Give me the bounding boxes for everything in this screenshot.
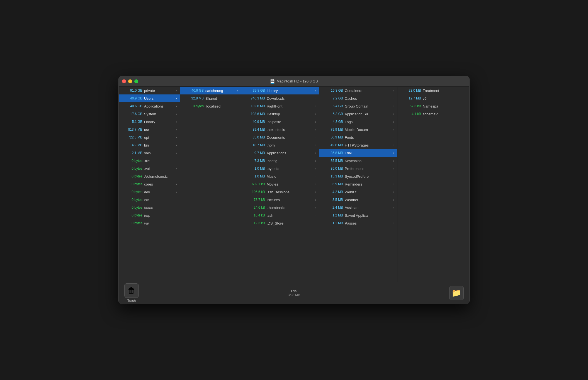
chevron-right-icon: › xyxy=(176,143,177,147)
table-row[interactable]: 0 bytescores› xyxy=(119,180,180,188)
table-row[interactable]: 15.3 MBSyncedPrefere› xyxy=(319,172,397,180)
table-row[interactable]: 16.4 kB.ssh› xyxy=(241,211,319,219)
file-name: .VolumeIcon.icr xyxy=(144,174,177,179)
table-row[interactable]: 23.0 MBTreatment xyxy=(397,87,469,94)
file-size: 1.1 MB xyxy=(322,221,343,225)
table-row[interactable]: 3.5 MBWeather› xyxy=(319,196,397,204)
file-size: 1.0 MB xyxy=(244,167,265,170)
table-row[interactable]: 0 bytesetc xyxy=(119,196,180,204)
table-row[interactable]: 7.2 GBCaches› xyxy=(319,94,397,102)
table-row[interactable]: 40.9 GBUsers› xyxy=(119,94,180,102)
table-row[interactable]: 91.0 GBprivate› xyxy=(119,87,180,94)
file-size: 7.2 GB xyxy=(322,96,343,100)
chevron-right-icon: › xyxy=(393,120,394,123)
file-size: 23.0 MB xyxy=(400,89,421,92)
table-row[interactable]: 813.7 MBusr› xyxy=(119,126,180,133)
table-row[interactable]: 12.7 MBv6 xyxy=(397,94,469,102)
file-name: Logs xyxy=(345,120,392,124)
table-row[interactable]: 5.1 GBLibrary› xyxy=(119,118,180,126)
column-2: 40.9 GBsaricheung›32.8 MBShared›0 bytes.… xyxy=(180,87,241,282)
table-row[interactable]: 2.4 MBAssistant› xyxy=(319,204,397,211)
table-row[interactable]: 0 bytesvar xyxy=(119,219,180,227)
file-name: Applications xyxy=(267,151,314,155)
table-row[interactable]: 40.6 GBApplications› xyxy=(119,102,180,110)
table-row[interactable]: 39.4 MB.nexustools› xyxy=(241,126,319,133)
file-name: .vol xyxy=(144,167,174,171)
table-row[interactable]: 5.3 GBApplication Su› xyxy=(319,110,397,118)
table-row[interactable]: 4.3 GBLogs› xyxy=(319,118,397,126)
file-size: 17.6 GB xyxy=(122,112,142,116)
chevron-right-icon: › xyxy=(176,167,177,170)
table-row[interactable]: 0 bytestmp xyxy=(119,211,180,219)
table-row[interactable]: 0 byteshome xyxy=(119,204,180,211)
table-row[interactable]: 722.3 MBopt› xyxy=(119,133,180,141)
table-row[interactable]: 40.9 GBsaricheung› xyxy=(180,87,241,94)
table-row[interactable]: 7.3 MB.config› xyxy=(241,157,319,165)
table-row[interactable]: 6.9 MBReminders› xyxy=(319,180,397,188)
table-row[interactable]: 32.8 MBShared› xyxy=(180,94,241,102)
table-row[interactable]: 2.1 MBsbin› xyxy=(119,149,180,157)
table-row[interactable]: 4.9 MBbin› xyxy=(119,141,180,149)
table-row[interactable]: 40.9 MB.snipaste› xyxy=(241,118,319,126)
table-row[interactable]: 12.3 kB.DS_Store xyxy=(241,219,319,227)
file-size: 0 bytes xyxy=(122,213,142,217)
file-name: Weather xyxy=(345,198,392,202)
trash-label: Trash xyxy=(127,299,136,303)
table-row[interactable]: 35.5 MBKeychains› xyxy=(319,157,397,165)
table-row[interactable]: 602.1 kBMovies› xyxy=(241,180,319,188)
table-row[interactable]: 1.0 MB.bytertc› xyxy=(241,165,319,172)
table-row[interactable]: 35.0 MBPreferences› xyxy=(319,165,397,172)
table-row[interactable]: 103.6 MBDesktop› xyxy=(241,110,319,118)
chevron-right-icon: › xyxy=(237,97,238,100)
file-name: Movies xyxy=(267,182,314,186)
table-row[interactable]: 16.3 GBContainers› xyxy=(319,87,397,94)
minimize-button[interactable] xyxy=(128,79,132,83)
table-row[interactable]: 0 bytes.vol› xyxy=(119,165,180,172)
table-row[interactable]: 18.7 MB.npm› xyxy=(241,141,319,149)
table-row[interactable]: 73.7 kBPictures› xyxy=(241,196,319,204)
table-row[interactable]: 1.1 MBPasses› xyxy=(319,219,397,227)
file-name: Treatment xyxy=(423,89,467,93)
table-row[interactable]: 6.4 GBGroup Contain› xyxy=(319,102,397,110)
table-row[interactable]: 17.6 GBSystem› xyxy=(119,110,180,118)
table-row[interactable]: 4.1 kBschemaV xyxy=(397,110,469,118)
table-row[interactable]: 1.0 MBMusic› xyxy=(241,172,319,180)
file-size: 0 bytes xyxy=(122,198,142,202)
table-row[interactable]: 132.8 MBRightFont› xyxy=(241,102,319,110)
table-row[interactable]: 4.2 MBWebKit› xyxy=(319,188,397,196)
table-row[interactable]: 24.6 kB.thumbnails› xyxy=(241,204,319,211)
file-name: Pictures xyxy=(267,198,314,202)
table-row[interactable]: 1.2 MBSaved Applica› xyxy=(319,211,397,219)
table-row[interactable]: 746.3 MBDownloads› xyxy=(241,94,319,102)
chevron-right-icon: › xyxy=(315,136,316,139)
file-name: WebKit xyxy=(345,190,392,194)
file-size: 0 bytes xyxy=(122,206,142,210)
maximize-button[interactable] xyxy=(134,79,138,83)
file-name: Keychains xyxy=(345,159,392,163)
table-row[interactable]: 0 bytesdev› xyxy=(119,188,180,196)
table-row[interactable]: 49.6 MBHTTPStorages› xyxy=(319,141,397,149)
file-size: 18.7 MB xyxy=(244,143,265,147)
close-button[interactable] xyxy=(122,79,126,83)
folder-icon-button[interactable]: 📁 xyxy=(449,286,464,300)
file-name: Fonts xyxy=(345,135,392,140)
chevron-right-icon: › xyxy=(176,89,177,92)
file-name: Containers xyxy=(345,89,392,93)
table-row[interactable]: 0 bytes.localized xyxy=(180,102,241,110)
file-size: 2.4 MB xyxy=(322,206,343,210)
table-row[interactable]: 39.8 GBLibrary› xyxy=(241,87,319,94)
table-row[interactable]: 9.7 MBApplications› xyxy=(241,149,319,157)
trash-area[interactable]: 🗑 Trash xyxy=(124,283,139,303)
chevron-right-icon: › xyxy=(393,221,394,225)
table-row[interactable]: 0 bytes.file xyxy=(119,157,180,165)
table-row[interactable]: 106.5 kB.zsh_sessions› xyxy=(241,188,319,196)
chevron-right-icon: › xyxy=(315,190,316,194)
table-row[interactable]: 35.8 MBTrial› xyxy=(319,149,397,157)
table-row[interactable]: 50.9 MBFonts› xyxy=(319,133,397,141)
table-row[interactable]: 79.9 MBMobile Docum› xyxy=(319,126,397,133)
chevron-right-icon: › xyxy=(237,89,238,92)
table-row[interactable]: 57.3 kBNamespa xyxy=(397,102,469,110)
table-row[interactable]: 0 bytes.VolumeIcon.icr xyxy=(119,172,180,180)
table-row[interactable]: 35.0 MBDocuments› xyxy=(241,133,319,141)
chevron-right-icon: › xyxy=(315,182,316,186)
